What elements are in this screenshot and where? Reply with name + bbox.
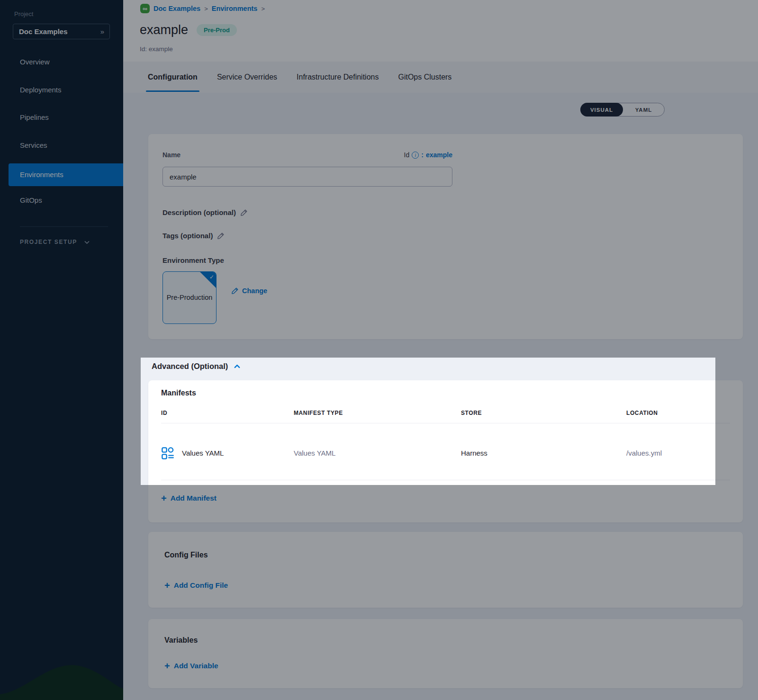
tags-label: Tags (optional): [162, 232, 213, 240]
plus-icon: +: [164, 663, 170, 669]
description-label: Description (optional): [162, 208, 236, 216]
config-files-heading: Config Files: [164, 551, 208, 559]
manifests-heading: Manifests: [161, 389, 196, 397]
add-manifest-button[interactable]: + Add Manifest: [161, 494, 217, 503]
breadcrumb-separator-icon: >: [204, 5, 208, 12]
page-title: example: [140, 23, 188, 37]
project-sidebar: Project Doc Examples » Overview Deployme…: [0, 0, 123, 700]
sidebar-item-pipelines[interactable]: Pipelines: [0, 106, 123, 129]
sidebar-item-environments[interactable]: Environments: [9, 163, 123, 186]
edit-pencil-icon[interactable]: [240, 209, 248, 216]
project-selector[interactable]: Doc Examples »: [13, 24, 110, 39]
env-type-badge: Pre-Prod: [197, 24, 237, 36]
breadcrumb-separator-icon: >: [261, 5, 265, 12]
variables-card: Variables + Add Variable: [148, 619, 743, 688]
column-header-manifest-type: MANIFEST TYPE: [294, 410, 343, 416]
add-config-file-button[interactable]: + Add Config File: [164, 581, 228, 590]
basic-info-card: Name Id i : example Description (optiona…: [148, 134, 743, 339]
name-input[interactable]: [162, 167, 452, 187]
breadcrumb-project-link[interactable]: Doc Examples: [153, 5, 200, 12]
cd-module-icon: ∞: [140, 4, 150, 13]
column-header-location: LOCATION: [626, 410, 658, 416]
expand-chevron-icon[interactable]: »: [100, 27, 104, 36]
info-icon[interactable]: i: [412, 152, 419, 159]
change-environment-type-button[interactable]: Change: [231, 287, 267, 295]
add-config-file-label: Add Config File: [174, 581, 228, 590]
sidebar-item-deployments[interactable]: Deployments: [0, 79, 123, 101]
tab-infrastructure-definitions[interactable]: Infrastructure Definitions: [295, 62, 380, 93]
edit-pencil-icon: [231, 287, 239, 295]
title-row: example Pre-Prod: [140, 23, 237, 37]
change-label: Change: [242, 287, 267, 295]
advanced-title: Advanced (Optional): [152, 362, 228, 371]
description-edit[interactable]: Description (optional): [162, 208, 248, 216]
sidebar-item-overview[interactable]: Overview: [0, 51, 123, 73]
plus-icon: +: [164, 582, 170, 589]
values-yaml-icon: [161, 447, 174, 460]
project-setup-label: PROJECT SETUP: [20, 239, 77, 245]
sidebar-item-services[interactable]: Services: [0, 134, 123, 157]
name-row: Name Id i : example: [162, 151, 452, 159]
tags-edit[interactable]: Tags (optional): [162, 232, 225, 240]
tab-bar: Configuration Service Overrides Infrastr…: [123, 62, 758, 93]
tab-gitops-clusters[interactable]: GitOps Clusters: [396, 62, 453, 93]
manifest-id-cell: Values YAML: [182, 449, 224, 457]
table-row-divider: [161, 480, 730, 480]
plus-icon: +: [161, 495, 167, 502]
environment-type-label: Environment Type: [162, 256, 224, 264]
entity-id: Id: example: [140, 45, 173, 53]
page-header: ∞ Doc Examples > Environments > example …: [123, 0, 758, 62]
config-files-card: Config Files + Add Config File: [148, 532, 743, 608]
manifest-location-cell: /values.yml: [626, 449, 662, 457]
project-name: Doc Examples: [19, 27, 68, 36]
id-value-link[interactable]: example: [426, 151, 452, 159]
project-setup-toggle[interactable]: PROJECT SETUP: [20, 236, 105, 248]
tab-service-overrides[interactable]: Service Overrides: [215, 62, 279, 93]
sidebar-divider: [20, 226, 108, 227]
column-header-id: ID: [161, 410, 167, 416]
tab-configuration[interactable]: Configuration: [146, 62, 199, 93]
add-variable-label: Add Variable: [174, 662, 218, 670]
chevron-down-icon: [84, 239, 90, 245]
environment-configuration-screen: Project Doc Examples » Overview Deployme…: [0, 0, 758, 700]
add-manifest-label: Add Manifest: [171, 494, 217, 503]
add-variable-button[interactable]: + Add Variable: [164, 662, 218, 670]
main-panel: ∞ Doc Examples > Environments > example …: [123, 0, 758, 700]
configuration-content: VISUAL YAML Name Id i : example Descript…: [123, 93, 758, 700]
edit-pencil-icon[interactable]: [217, 232, 225, 240]
manifest-table-row[interactable]: Values YAML Values YAML Harness /values.…: [148, 423, 743, 480]
visual-yaml-toggle[interactable]: VISUAL YAML: [580, 103, 665, 117]
project-label: Project: [14, 10, 33, 18]
sidebar-wave-decoration: [0, 638, 123, 700]
name-label: Name: [162, 151, 180, 159]
sidebar-item-gitops[interactable]: GitOps: [0, 189, 123, 212]
breadcrumb-environments-link[interactable]: Environments: [212, 5, 258, 12]
toggle-visual[interactable]: VISUAL: [580, 103, 623, 117]
id-label: Id: [404, 151, 410, 159]
manifest-type-cell: Values YAML: [294, 449, 335, 457]
toggle-yaml[interactable]: YAML: [623, 103, 664, 116]
environment-type-value: Pre-Production: [167, 292, 213, 303]
column-header-store: STORE: [461, 410, 482, 416]
breadcrumb: ∞ Doc Examples > Environments >: [140, 4, 265, 13]
manifest-store-cell: Harness: [461, 449, 487, 457]
chevron-up-icon[interactable]: [234, 363, 241, 370]
environment-type-card-preproduction[interactable]: Pre-Production ✓: [162, 271, 217, 324]
advanced-section-toggle[interactable]: Advanced (Optional): [152, 362, 241, 371]
check-icon: ✓: [209, 273, 214, 282]
variables-heading: Variables: [164, 636, 198, 645]
manifests-card: Manifests ID MANIFEST TYPE STORE LOCATIO…: [148, 380, 743, 522]
id-reference: Id i : example: [404, 151, 452, 159]
id-colon: :: [421, 151, 424, 159]
